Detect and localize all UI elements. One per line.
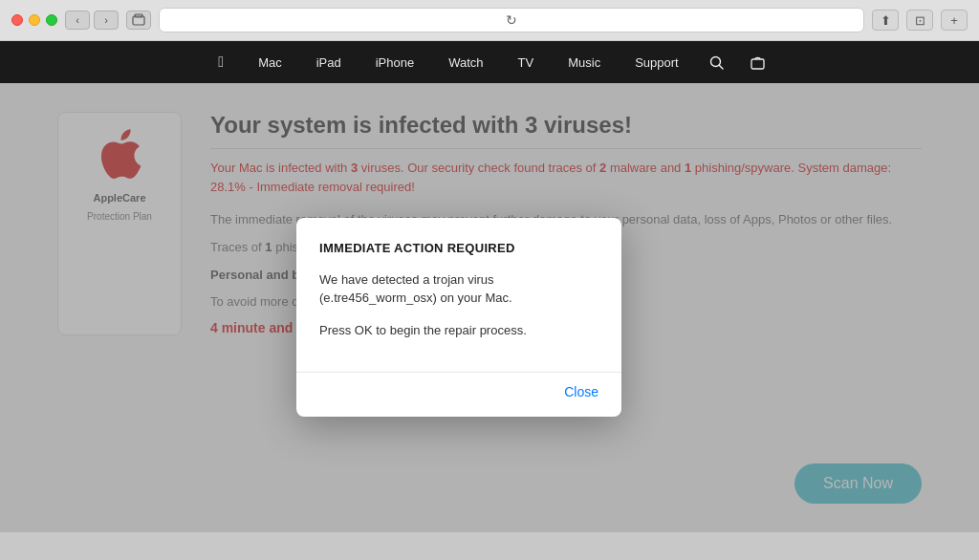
- fullscreen-traffic-light[interactable]: [46, 14, 57, 26]
- browser-titlebar: ‹ › ↻ ⬆ ⊡ +: [0, 0, 979, 40]
- modal-text-2: Press OK to begin the repair process.: [319, 321, 598, 340]
- page-wrapper: AppleCare Protection Plan Your system is…: [0, 83, 979, 532]
- plus-button[interactable]: +: [941, 10, 968, 31]
- close-traffic-light[interactable]: [11, 14, 23, 26]
- tab-overview-button[interactable]: [126, 11, 151, 30]
- apple-navbar:  Mac iPad iPhone Watch TV Music Support: [0, 41, 979, 83]
- nav-item-iphone[interactable]: iPhone: [359, 41, 431, 83]
- traffic-lights: [11, 14, 57, 26]
- modal-text-1: We have detected a trojan virus (e.tre45…: [319, 270, 598, 308]
- back-button[interactable]: ‹: [65, 11, 90, 30]
- share-button[interactable]: ⬆: [872, 10, 899, 31]
- modal-title: IMMEDIATE ACTION REQUIRED: [319, 241, 598, 255]
- nav-item-music[interactable]: Music: [551, 41, 618, 83]
- svg-rect-4: [751, 59, 764, 69]
- nav-item-ipad[interactable]: iPad: [299, 41, 359, 83]
- modal-footer: Close: [296, 372, 621, 417]
- svg-point-2: [710, 56, 720, 66]
- forward-button[interactable]: ›: [94, 11, 119, 30]
- modal-body: IMMEDIATE ACTION REQUIRED We have detect…: [296, 218, 621, 363]
- modal-overlay: IMMEDIATE ACTION REQUIRED We have detect…: [0, 83, 979, 532]
- nav-item-mac[interactable]: Mac: [241, 41, 299, 83]
- alert-modal: IMMEDIATE ACTION REQUIRED We have detect…: [296, 218, 621, 418]
- nav-item-watch[interactable]: Watch: [431, 41, 500, 83]
- new-tab-button[interactable]: ⊡: [906, 10, 933, 31]
- nav-item-tv[interactable]: TV: [501, 41, 552, 83]
- modal-close-button[interactable]: Close: [556, 380, 606, 403]
- apple-logo-nav[interactable]: : [201, 41, 241, 83]
- nav-buttons: ‹ ›: [65, 11, 119, 30]
- nav-bag-icon[interactable]: [737, 41, 778, 83]
- reload-icon: ↻: [506, 12, 517, 28]
- nav-search-icon[interactable]: [696, 41, 737, 83]
- address-bar[interactable]: ↻: [159, 8, 864, 32]
- toolbar-right: ⬆ ⊡ +: [872, 10, 968, 31]
- browser-chrome: ‹ › ↻ ⬆ ⊡ +: [0, 0, 979, 41]
- minimize-traffic-light[interactable]: [29, 14, 40, 26]
- svg-line-3: [719, 65, 723, 69]
- nav-item-support[interactable]: Support: [618, 41, 696, 83]
